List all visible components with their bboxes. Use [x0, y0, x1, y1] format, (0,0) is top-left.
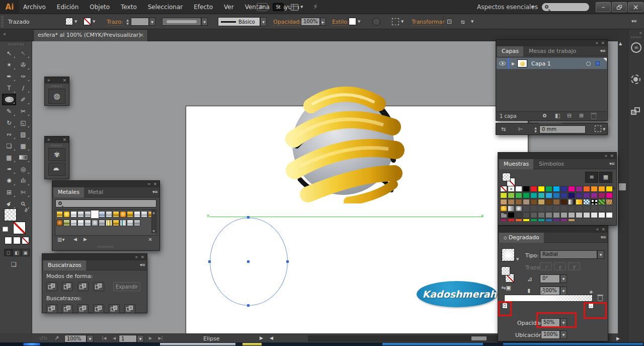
color-swatch[interactable]: [606, 219, 613, 221]
color-swatch[interactable]: [583, 205, 590, 212]
metal-swatch[interactable]: [99, 211, 105, 218]
metal-swatch[interactable]: [106, 220, 112, 226]
curvature-tool[interactable]: ✑: [16, 71, 30, 82]
gradient-type-arrow-icon[interactable]: ▼: [597, 250, 604, 259]
panel-close-icon[interactable]: ×: [601, 227, 605, 232]
anchor-center[interactable]: [247, 260, 250, 263]
metal-swatch[interactable]: [63, 211, 70, 218]
color-swatch[interactable]: [576, 199, 583, 205]
sphere-artwork[interactable]: [282, 80, 405, 203]
panel-expand-icon[interactable]: »: [47, 78, 50, 83]
line-end-anchor-left[interactable]: ✕: [206, 214, 210, 219]
stroke-weight-arrow-icon[interactable]: ▼: [149, 18, 155, 26]
panel-collapse-icon[interactable]: «: [595, 40, 598, 46]
library-menu-icon[interactable]: ▥▾: [57, 237, 64, 242]
color-swatch[interactable]: [568, 192, 575, 198]
color-swatch[interactable]: [500, 212, 507, 218]
dock-expand-icon[interactable]: ▲: [619, 41, 622, 46]
shape-options-icon[interactable]: ⧅: [461, 18, 465, 25]
gradient-slider[interactable]: [504, 295, 593, 302]
tab-degradado[interactable]: ◇ Degradado: [499, 233, 544, 243]
panel-grip[interactable]: [51, 85, 63, 87]
color-swatch[interactable]: [560, 192, 568, 198]
metal-swatch[interactable]: [77, 220, 84, 226]
color-swatch[interactable]: [568, 186, 575, 192]
mesh-tool[interactable]: ▩: [2, 152, 16, 163]
color-swatch[interactable]: [515, 192, 522, 198]
stroke-arrow-icon[interactable]: ▼: [93, 20, 95, 24]
arrange-documents-icon[interactable]: [291, 4, 298, 11]
metal-swatch[interactable]: [63, 220, 70, 226]
zoom-level-field[interactable]: 100%: [64, 335, 87, 342]
minimize-button[interactable]: –: [596, 2, 611, 12]
panel-collapse-icon[interactable]: «: [604, 153, 607, 159]
none-button[interactable]: [22, 237, 29, 244]
unite-button[interactable]: [46, 282, 57, 291]
color-swatch[interactable]: [515, 186, 522, 192]
color-swatch[interactable]: [538, 192, 545, 198]
color-swatch[interactable]: [508, 192, 515, 198]
document-close-icon[interactable]: ×: [139, 30, 144, 41]
metal-swatch[interactable]: [134, 220, 140, 226]
color-swatch[interactable]: [553, 199, 560, 205]
current-fill-swatch[interactable]: [502, 173, 511, 181]
select-similar-arrow-icon[interactable]: ▼: [401, 20, 404, 24]
bridge-button[interactable]: Br: [257, 3, 268, 11]
color-swatch[interactable]: [606, 205, 613, 212]
panel-collapse-icon[interactable]: «: [135, 254, 138, 260]
metal-swatch[interactable]: [56, 220, 63, 226]
color-swatch[interactable]: [591, 205, 598, 212]
lasso-tool[interactable]: ✇: [16, 59, 30, 71]
color-swatch[interactable]: [508, 219, 515, 221]
divide-button[interactable]: [46, 304, 57, 313]
trim-button[interactable]: [62, 304, 73, 313]
align-to-arrow-icon[interactable]: ▼: [603, 127, 605, 131]
style-arrow-icon[interactable]: ▼: [358, 20, 360, 24]
color-swatch[interactable]: [523, 205, 530, 212]
eyedropper-tool[interactable]: ✒: [2, 163, 16, 175]
color-swatch[interactable]: ⌖: [508, 186, 515, 192]
angle-field[interactable]: 0°: [540, 274, 560, 283]
color-swatch[interactable]: [591, 212, 598, 218]
color-swatch[interactable]: [591, 186, 598, 192]
panel-grip[interactable]: [51, 145, 63, 147]
color-swatch[interactable]: [523, 192, 530, 198]
workspace-switcher[interactable]: Aspectos esenciales: [477, 4, 538, 11]
metal-swatch[interactable]: [120, 211, 126, 218]
panel-close-icon[interactable]: ×: [140, 254, 144, 260]
stroke-weight-stepper[interactable]: ▲▼: [125, 18, 130, 25]
slice-tool[interactable]: ✄: [16, 186, 30, 198]
transform-link[interactable]: Transformar: [412, 19, 445, 26]
expand-button[interactable]: Expandir: [113, 282, 140, 291]
taskbar-item[interactable]: [160, 343, 235, 345]
undo-redo-icons[interactable]: ↺↻: [39, 335, 48, 341]
scissors-tool[interactable]: ✂: [16, 105, 30, 117]
metal-swatch[interactable]: [127, 220, 133, 226]
layer-name[interactable]: Capa 1: [531, 60, 551, 67]
delete-layer-icon[interactable]: [591, 114, 596, 119]
opacity-arrow-icon[interactable]: ▶: [320, 18, 326, 26]
export-icon[interactable]: ↗: [54, 335, 59, 341]
color-swatch[interactable]: [508, 199, 515, 205]
angle-arrow-icon[interactable]: ▼: [560, 274, 567, 283]
width-profile-arrow-icon[interactable]: ▼: [201, 18, 208, 26]
next-library-icon[interactable]: ▶: [84, 237, 87, 242]
stop-location-arrow-icon[interactable]: ▼: [560, 330, 567, 339]
metal-swatch[interactable]: [106, 211, 112, 218]
minus-front-button[interactable]: [62, 282, 73, 291]
anchor-right[interactable]: [286, 260, 289, 263]
color-swatch[interactable]: [530, 205, 537, 212]
menu-item-objeto[interactable]: Objeto: [90, 4, 110, 11]
opacity-field[interactable]: 100%: [301, 18, 320, 26]
kadoshmerah-logo[interactable]: Kadoshmerah: [417, 281, 497, 307]
tab-simbolos[interactable]: Símbolos: [534, 159, 569, 169]
fill-arrow-icon[interactable]: ▼: [74, 20, 77, 24]
shape-options-arrow-icon[interactable]: ▼: [471, 20, 473, 24]
stroke-weight-field[interactable]: [131, 18, 149, 26]
artboard-tool[interactable]: ⊞: [2, 186, 16, 198]
color-swatch[interactable]: [508, 212, 515, 218]
select-similar-icon[interactable]: [392, 18, 399, 25]
color-swatch[interactable]: [545, 192, 552, 198]
color-swatch[interactable]: [568, 219, 575, 221]
metal-swatch[interactable]: [77, 211, 84, 218]
